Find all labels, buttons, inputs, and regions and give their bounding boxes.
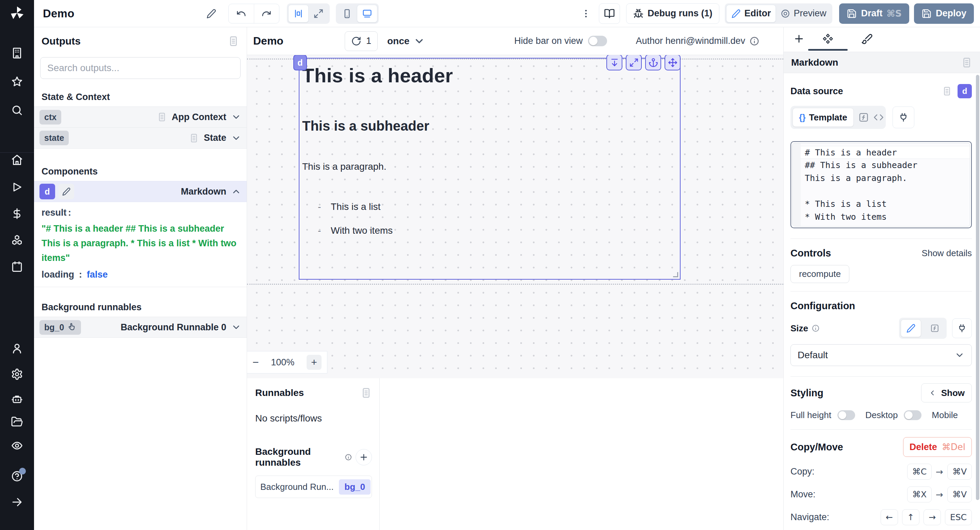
expand-component-button[interactable] (626, 55, 642, 70)
deploy-button[interactable]: Deploy (914, 3, 974, 24)
zoom-out-button[interactable]: − (253, 356, 259, 369)
fill-height-button[interactable] (606, 55, 622, 70)
code-line[interactable]: This is a paragraph. (801, 172, 970, 185)
full-height-toggle[interactable] (837, 410, 855, 420)
info-icon[interactable] (811, 324, 820, 332)
copy-move-heading: Copy/Move (791, 441, 843, 453)
audit-eye-icon[interactable] (11, 440, 23, 452)
workers-bot-icon[interactable] (11, 393, 23, 405)
component-tag-badge[interactable]: d (293, 55, 307, 70)
chevron-down-icon[interactable] (231, 112, 241, 122)
chevron-down-icon[interactable] (231, 322, 241, 332)
state-row[interactable]: state State (34, 128, 247, 149)
schedules-calendar-icon[interactable] (11, 260, 23, 273)
recompute-button[interactable]: recompute (791, 265, 850, 283)
controls-heading: Controls (791, 248, 831, 259)
code-line[interactable]: # This is a header (801, 146, 970, 159)
hide-bar-toggle[interactable] (588, 36, 607, 46)
function-mode-icon[interactable] (859, 112, 869, 122)
show-details-link[interactable]: Show details (922, 248, 972, 259)
template-mode-button[interactable]: {} Template (792, 108, 854, 127)
anchor-component-button[interactable] (645, 55, 661, 70)
undo-button[interactable] (229, 4, 254, 23)
mobile-view-button[interactable] (337, 5, 357, 22)
rename-component-pencil-icon[interactable] (59, 184, 74, 199)
static-mode-pencil-button[interactable] (901, 319, 921, 337)
refresh-count-button[interactable]: 1 (345, 31, 378, 51)
panel-doc-icon[interactable] (961, 57, 972, 68)
home-icon[interactable] (11, 154, 23, 166)
chevron-down-icon[interactable] (231, 133, 241, 143)
panel-doc-icon[interactable] (360, 387, 372, 399)
connect-plug-button[interactable] (892, 106, 914, 128)
copy-shortcut-row: Copy: ⌘C → ⌘V (791, 464, 972, 480)
fullscreen-layout-button[interactable] (309, 5, 328, 22)
favorites-star-icon[interactable] (11, 76, 23, 88)
run-mode-dropdown[interactable]: once (387, 35, 425, 47)
result-value[interactable]: "# This is a header ## This is a subhead… (41, 221, 239, 265)
edit-title-pencil-icon[interactable] (204, 6, 219, 21)
windmill-logo-icon[interactable] (9, 5, 25, 21)
help-icon[interactable] (11, 470, 23, 482)
code-line[interactable]: * With two items (801, 211, 970, 224)
folders-icon[interactable] (11, 416, 23, 428)
code-line[interactable]: * This is a list (801, 198, 970, 211)
preview-tab[interactable]: Preview (776, 5, 831, 22)
debug-runs-button[interactable]: Debug runs (1) (626, 3, 720, 24)
delete-component-button[interactable]: Delete ⌘Del (903, 437, 972, 457)
add-background-runnable-button[interactable] (356, 449, 372, 465)
docs-book-button[interactable] (599, 3, 620, 24)
data-source-label: Data source (791, 86, 843, 97)
code-line[interactable]: ## This is a subheader (801, 159, 970, 172)
variables-dollar-icon[interactable] (11, 208, 23, 220)
component-settings-tab[interactable] (813, 27, 843, 50)
ctx-row[interactable]: ctx App Context (34, 106, 247, 128)
desktop-view-button[interactable] (357, 5, 377, 22)
info-icon[interactable] (749, 36, 759, 46)
move-component-button[interactable] (665, 55, 681, 70)
move-label: Move: (791, 489, 816, 500)
redo-button[interactable] (254, 4, 279, 23)
editor-tab[interactable]: Editor (726, 5, 776, 22)
workspace-icon[interactable] (11, 47, 23, 59)
kebab-menu-icon[interactable] (580, 6, 592, 21)
app-canvas[interactable]: d This is a header This is a subheader T… (247, 55, 783, 378)
resize-handle[interactable] (673, 272, 678, 277)
settings-gear-icon[interactable] (11, 368, 23, 380)
resources-boxes-icon[interactable] (11, 234, 23, 246)
editor-pencil-icon (731, 9, 741, 18)
desktop-toggle[interactable] (904, 410, 921, 420)
panel-doc-icon[interactable] (228, 35, 239, 47)
bound-component-chip[interactable]: d (958, 84, 972, 98)
show-styling-button[interactable]: Show (921, 383, 972, 402)
code-line[interactable] (801, 185, 970, 198)
styling-tab[interactable] (852, 27, 882, 50)
code-mode-icon[interactable] (873, 112, 884, 122)
draft-button[interactable]: Draft ⌘S (839, 3, 909, 24)
search-outputs-input[interactable] (47, 63, 234, 73)
undo-redo-group (228, 4, 279, 24)
centered-layout-button[interactable] (288, 5, 309, 22)
runs-play-icon[interactable] (11, 181, 23, 193)
panel-scrollbar[interactable] (976, 75, 979, 500)
connect-plug-button[interactable] (952, 318, 972, 338)
info-icon[interactable] (345, 453, 352, 462)
background-runnable-card[interactable]: Background Run... bg_0 (255, 476, 372, 498)
components-heading: Components (41, 167, 247, 177)
markdown-code-editor[interactable]: # This is a header ## This is a subheade… (791, 141, 972, 228)
search-icon[interactable] (11, 104, 23, 116)
expand-rail-arrow-icon[interactable] (11, 496, 23, 508)
bg0-row[interactable]: bg_0 Background Runnable 0 (34, 317, 247, 338)
user-icon[interactable] (11, 342, 23, 354)
doc-icon[interactable] (942, 86, 952, 96)
zoom-in-button[interactable]: + (307, 355, 321, 370)
markdown-component-selected[interactable]: d This is a header This is a subheader T… (299, 58, 681, 279)
function-mode-button[interactable] (924, 319, 945, 337)
insert-component-tab[interactable] (784, 27, 814, 50)
loading-value[interactable]: false (87, 270, 108, 280)
components-grid-icon (822, 33, 834, 44)
component-d-row[interactable]: d Markdown (34, 181, 247, 202)
chevron-up-icon[interactable] (231, 186, 241, 197)
windmill-app-editor: Demo Debug runs (1) Editor (0, 0, 980, 530)
size-select[interactable]: Default (791, 344, 972, 366)
